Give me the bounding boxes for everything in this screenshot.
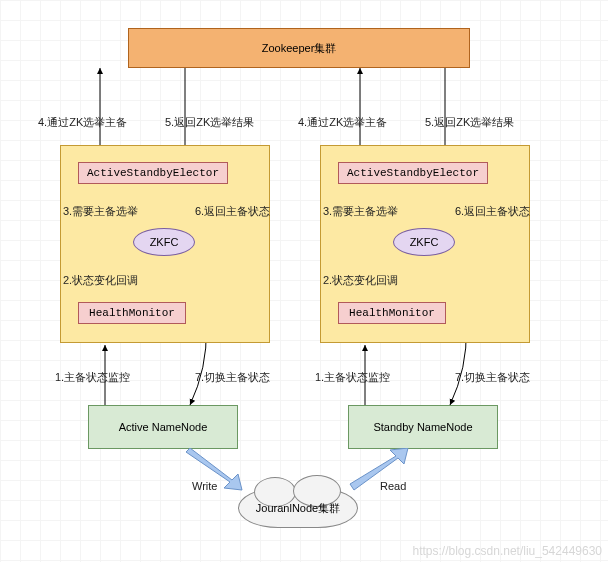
left-step6-label: 6.返回主备状态 <box>195 204 270 219</box>
left-step2-label: 2.状态变化回调 <box>63 273 138 288</box>
right-health-label: HealthMonitor <box>349 307 435 319</box>
write-label: Write <box>192 480 217 492</box>
left-step4-label: 4.通过ZK选举主备 <box>38 115 127 130</box>
right-step5-label: 5.返回ZK选举结果 <box>425 115 514 130</box>
watermark: https://blog.csdn.net/liu_542449630 <box>413 544 602 558</box>
right-step6-label: 6.返回主备状态 <box>455 204 530 219</box>
left-health-monitor: HealthMonitor <box>78 302 186 324</box>
left-step3-label: 3.需要主备选举 <box>63 204 138 219</box>
right-step1-label: 1.主备状态监控 <box>315 370 390 385</box>
active-namenode: Active NameNode <box>88 405 238 449</box>
left-zkfc-label: ZKFC <box>150 236 179 248</box>
left-elector-label: ActiveStandbyElector <box>87 167 219 179</box>
right-step2-label: 2.状态变化回调 <box>323 273 398 288</box>
right-step4-label: 4.通过ZK选举主备 <box>298 115 387 130</box>
right-step7-label: 7.切换主备状态 <box>455 370 530 385</box>
zookeeper-label: Zookeeper集群 <box>262 41 337 56</box>
left-step5-label: 5.返回ZK选举结果 <box>165 115 254 130</box>
left-zkfc: ZKFC <box>133 228 195 256</box>
journalnode-label: JouranlNode集群 <box>256 501 340 516</box>
read-label: Read <box>380 480 406 492</box>
right-health-monitor: HealthMonitor <box>338 302 446 324</box>
active-namenode-label: Active NameNode <box>119 421 208 433</box>
left-health-label: HealthMonitor <box>89 307 175 319</box>
left-elector: ActiveStandbyElector <box>78 162 228 184</box>
standby-namenode: Standby NameNode <box>348 405 498 449</box>
right-zkfc-label: ZKFC <box>410 236 439 248</box>
standby-namenode-label: Standby NameNode <box>373 421 472 433</box>
right-elector: ActiveStandbyElector <box>338 162 488 184</box>
right-elector-label: ActiveStandbyElector <box>347 167 479 179</box>
left-step1-label: 1.主备状态监控 <box>55 370 130 385</box>
right-zkfc: ZKFC <box>393 228 455 256</box>
right-step3-label: 3.需要主备选举 <box>323 204 398 219</box>
zookeeper-cluster: Zookeeper集群 <box>128 28 470 68</box>
left-step7-label: 7.切换主备状态 <box>195 370 270 385</box>
